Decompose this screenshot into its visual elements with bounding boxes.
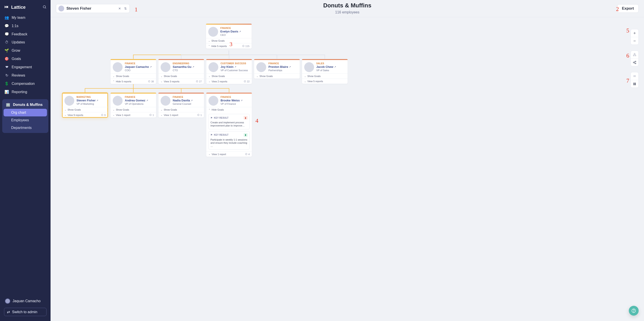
org-icon: ⌬	[196, 80, 198, 83]
avatar	[58, 6, 64, 12]
card-action-goals[interactable]: ⌄Show Goals	[158, 107, 204, 112]
person-name[interactable]: Andrea Gomez↗	[125, 99, 148, 102]
view-compact-button[interactable]	[631, 72, 638, 80]
card-action-reports[interactable]: ⌃Hide 5 reports⌬38	[110, 79, 156, 84]
goal-text: Participate in weekly 1:1 sessions and e…	[210, 138, 248, 148]
dept-label: FINANCE	[220, 27, 241, 29]
nav-label: Grow	[12, 49, 20, 53]
person-card[interactable]: FINANCE Jaquan Camacho↗ COO ⌄Show Goals …	[110, 59, 156, 84]
goal-card[interactable]: ⚑KEY RESULT▮ Create and implement proces…	[208, 114, 250, 129]
card-action-goals[interactable]: ⌄Show Goals	[254, 73, 300, 79]
subnav-departments[interactable]: Departments	[4, 124, 47, 132]
person-role: CTO	[173, 69, 194, 72]
nav-grow[interactable]: 🌱Grow	[2, 46, 48, 55]
sidebar-company-section: 🏢 Donuts & Muffins Org chart Employees D…	[2, 99, 48, 133]
external-link-icon[interactable]: ↗	[192, 66, 194, 68]
external-link-icon[interactable]: ↗	[146, 99, 148, 102]
card-action-reports[interactable]: ⌄View 2 reports⌬22	[206, 79, 252, 84]
card-action-goals[interactable]: ⌄Show Goals	[302, 73, 348, 79]
clear-icon[interactable]: ✕	[118, 7, 122, 10]
person-card[interactable]: FINANCE Preston Blaire↗ Partnerships ⌄Sh…	[254, 59, 300, 79]
nav-one-on-ones[interactable]: 💬1:1s	[2, 22, 48, 30]
layout-tree-button[interactable]	[631, 51, 638, 59]
external-link-icon[interactable]: ↗	[241, 99, 242, 102]
card-action-reports[interactable]: ⌃Hide 5 reports⌬115	[206, 43, 252, 49]
card-action-reports[interactable]: ⌄View 9 reports⌬9	[62, 112, 108, 118]
person-card[interactable]: SALES Jacob Chew↗ VP of Sales ⌄Show Goal…	[302, 59, 348, 84]
card-action-reports[interactable]: ⌄View 1 report⌬1	[110, 112, 156, 118]
card-action-goals[interactable]: ⌄Show Goals	[110, 73, 156, 79]
person-name[interactable]: Samantha Gu↗	[173, 65, 194, 69]
person-card[interactable]: CUSTOMER SUCCESS Joy Klein↗ VP of Custom…	[206, 59, 252, 84]
external-link-icon[interactable]: ↗	[96, 99, 98, 102]
card-action-reports[interactable]: ⌄View 1 report⌬4	[206, 151, 252, 157]
zoom-in-button[interactable]	[631, 29, 638, 37]
svg-point-12	[634, 311, 634, 312]
external-link-icon[interactable]: ↗	[150, 66, 152, 68]
card-action-reports[interactable]: ⌄View 1 report⌬1	[158, 112, 204, 118]
person-card-root[interactable]: FINANCE Evelyn Davis↗ CEO ⌄Show Goals ⌃H…	[206, 24, 252, 49]
export-button[interactable]: Export	[617, 4, 639, 13]
nav-compensation[interactable]: 💲Compensation	[2, 80, 48, 88]
subnav-org-chart[interactable]: Org chart	[4, 109, 47, 116]
person-name[interactable]: Jacob Chew↗	[316, 65, 336, 69]
external-link-icon[interactable]: ↗	[334, 66, 336, 68]
zoom-out-button[interactable]	[631, 37, 638, 45]
person-name[interactable]: Brooke Weiss↗	[220, 99, 242, 102]
person-card[interactable]: FINANCE Andrea Gomez↗ VP of Operations ⌄…	[110, 93, 156, 118]
card-action-goals[interactable]: ⌄Show Goals	[206, 73, 252, 79]
dept-label: ENGINEERING	[173, 62, 194, 65]
card-action-goals[interactable]: ⌄Show Goals	[158, 73, 204, 79]
search-icon[interactable]	[42, 5, 46, 10]
nav-updates[interactable]: ⏱Updates	[2, 38, 48, 46]
subnav-employees[interactable]: Employees	[4, 116, 47, 124]
card-action-goals[interactable]: ⌄Show Goals	[62, 107, 108, 112]
person-card-selected[interactable]: MARKETING Steven Fisher↗ VP of Marketing…	[62, 93, 108, 118]
card-action-goals[interactable]: ⌄Show Goals	[206, 38, 252, 43]
svg-rect-9	[634, 84, 634, 85]
avatar	[5, 298, 10, 304]
card-action-goals[interactable]: ⌄Show Goals	[110, 107, 156, 112]
person-name[interactable]: Jaquan Camacho↗	[125, 65, 152, 69]
person-card[interactable]: FINANCE Nadia Davila↗ General Counsel ⌄S…	[158, 93, 204, 118]
nav-my-team[interactable]: 👥My team	[2, 14, 48, 22]
external-link-icon[interactable]: ↗	[239, 30, 241, 33]
nav-label: Feedback	[12, 32, 27, 36]
external-link-icon[interactable]: ↗	[191, 99, 192, 102]
person-name[interactable]: Joy Klein↗	[220, 65, 248, 69]
dropdown-icon[interactable]: ⇅	[124, 7, 127, 10]
section-title[interactable]: 🏢 Donuts & Muffins	[4, 101, 47, 109]
org-icon: ⌬	[150, 114, 152, 116]
nav-feedback[interactable]: 💭Feedback	[2, 30, 48, 38]
avatar	[208, 62, 218, 72]
avatar	[208, 27, 218, 37]
annotation-1: 1	[135, 6, 138, 13]
nav-label: Reviews	[12, 73, 25, 78]
annotation-2: 2	[616, 6, 619, 13]
layout-side-button[interactable]	[631, 59, 638, 66]
person-name[interactable]: Nadia Davila↗	[173, 99, 192, 102]
person-name[interactable]: Evelyn Davis↗	[220, 30, 241, 33]
person-name[interactable]: Preston Blaire↗	[268, 65, 291, 69]
card-action-goals[interactable]: ⌃Hide Goals	[206, 107, 252, 112]
person-role: COO	[125, 69, 152, 72]
person-card-expanded[interactable]: FINANCE Brooke Weiss↗ VP of Finance ⌃Hid…	[206, 93, 252, 157]
person-name[interactable]: Steven Fisher↗	[76, 99, 98, 102]
switch-to-admin-button[interactable]: ⇄ Switch to admin	[4, 308, 46, 316]
org-chart-canvas[interactable]: FINANCE Evelyn Davis↗ CEO ⌄Show Goals ⌃H…	[50, 17, 644, 321]
external-link-icon[interactable]: ↗	[234, 66, 236, 68]
person-picker[interactable]: Steven Fisher ✕ ⇅	[56, 4, 130, 13]
nav-engagement[interactable]: ❤Engagement	[2, 63, 48, 71]
person-card[interactable]: ENGINEERING Samantha Gu↗ CTO ⌄Show Goals…	[158, 59, 204, 84]
card-action-reports[interactable]: ⌄View 3 reports⌬27	[158, 79, 204, 84]
external-link-icon[interactable]: ↗	[289, 66, 291, 68]
help-button[interactable]	[629, 306, 639, 316]
nav-reviews[interactable]: ↻Reviews	[2, 71, 48, 80]
goal-card[interactable]: ⚑KEY RESULT▮ Participate in weekly 1:1 s…	[208, 131, 250, 150]
view-grid-button[interactable]	[631, 80, 638, 88]
card-action-reports[interactable]: ⌄View 5 reports	[302, 79, 348, 84]
nav-reporting[interactable]: 📊Reporting	[2, 88, 48, 96]
nav-goals[interactable]: 🎯Goals	[2, 55, 48, 63]
avatar	[113, 62, 122, 72]
current-user[interactable]: Jaquan Camacho	[4, 296, 46, 305]
